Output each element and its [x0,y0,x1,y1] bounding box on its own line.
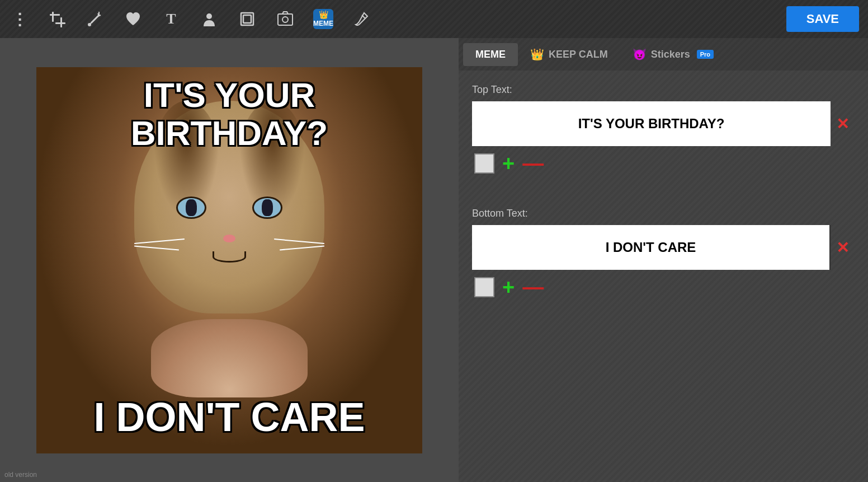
bottom-text-size-increase-button[interactable]: + [502,277,515,298]
frame-icon[interactable] [237,9,257,29]
pro-badge: Pro [697,50,714,59]
cat-eye-right [252,196,282,219]
bottom-text-size-decrease-button[interactable]: — [522,277,544,298]
tab-bar: MEME 👑 KEEP CALM 😈 Stickers Pro [459,38,868,71]
canvas-area: IT'S YOUR BIRTHDAY? I DON'T CARE old ver… [0,38,459,482]
cat-eye-left [176,196,206,219]
svg-rect-3 [55,22,65,24]
menu-icon[interactable]: ⋮ [9,9,29,29]
top-text-size-decrease-button[interactable]: — [522,153,544,174]
stickers-tab-label: Stickers [651,49,690,60]
top-text-row: ✕ [472,101,855,146]
bottom-text-color-swatch[interactable] [474,277,494,297]
photo-icon[interactable] [275,9,295,29]
top-text-input[interactable] [472,101,831,146]
cat-nose [223,235,235,242]
tab-keep-calm[interactable]: 👑 KEEP CALM [518,42,620,67]
meme-tab-label: MEME [475,49,506,60]
bottom-text-input[interactable] [472,225,831,270]
tab-meme[interactable]: MEME [463,43,518,66]
tab-stickers[interactable]: 😈 Stickers Pro [620,42,726,67]
brush-icon[interactable] [351,9,371,29]
save-button[interactable]: SAVE [786,6,859,32]
section-gap [472,191,855,208]
meme-top-text: IT'S YOUR BIRTHDAY? [36,76,422,152]
cat-mouth [213,251,246,263]
svg-rect-11 [243,15,251,23]
top-text-color-swatch[interactable] [474,153,494,174]
bottom-text-clear-button[interactable]: ✕ [831,225,855,270]
text-icon[interactable]: T [161,9,181,29]
svg-rect-0 [52,12,54,22]
bottom-text-label: Bottom Text: [472,208,855,219]
heart-icon[interactable] [123,9,143,29]
meme-icon[interactable]: 👑MEME [313,9,333,29]
crop-icon[interactable] [47,9,67,29]
svg-point-13 [282,17,288,22]
top-text-label: Top Text: [472,84,855,96]
top-text-clear-button[interactable]: ✕ [831,101,855,146]
bottom-text-controls: + — [472,277,855,298]
svg-point-8 [88,24,91,26]
meme-image: IT'S YOUR BIRTHDAY? I DON'T CARE [36,67,422,453]
magic-wand-icon[interactable] [85,9,105,29]
right-panel: MEME 👑 KEEP CALM 😈 Stickers Pro Top Text… [459,38,868,482]
troll-icon: 😈 [633,48,647,61]
keep-calm-tab-label: KEEP CALM [549,49,608,60]
old-version-label: old version [4,471,37,479]
silhouette-icon[interactable] [199,9,219,29]
svg-rect-12 [278,14,293,25]
crown-icon: 👑 [530,48,544,61]
svg-rect-1 [50,14,60,16]
top-text-size-increase-button[interactable]: + [502,153,515,174]
meme-bottom-text: I DON'T CARE [36,395,422,439]
svg-point-9 [206,13,212,19]
panel-content: Top Text: ✕ + — Bottom Text: ✕ + — [459,71,868,482]
bottom-text-row: ✕ [472,225,855,270]
top-text-controls: + — [472,153,855,174]
main-area: IT'S YOUR BIRTHDAY? I DON'T CARE old ver… [0,38,868,482]
cat-paw [151,319,308,397]
toolbar: ⋮ T [0,0,868,38]
